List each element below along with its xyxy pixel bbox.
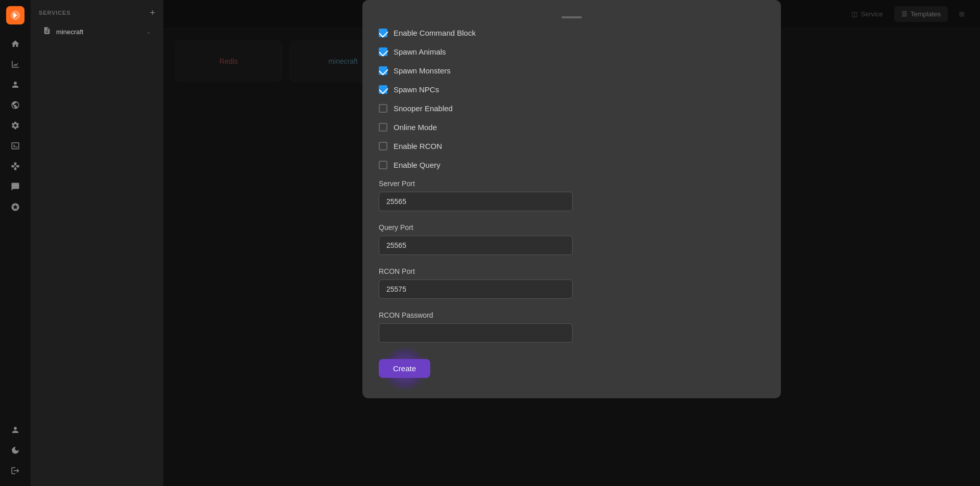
sidebar-item-settings[interactable] (6, 116, 24, 135)
sidebar-item-theme[interactable] (6, 441, 24, 459)
checkbox-item-enable-command-block: Enable Command Block (379, 29, 765, 37)
service-name: minecraft (56, 28, 83, 36)
sidebar-item-terminal[interactable] (6, 137, 24, 155)
checkbox-item-enable-query: Enable Query (379, 161, 765, 169)
enable-query-checkbox[interactable] (379, 161, 387, 169)
sidebar-item-games[interactable] (6, 157, 24, 175)
spawn-npcs-label: Spawn NPCs (394, 85, 439, 94)
rcon-port-input[interactable] (379, 279, 573, 299)
rcon-password-group: RCON Password (379, 311, 765, 343)
checkbox-item-enable-rcon: Enable RCON (379, 142, 765, 150)
services-header: SERVICES + (31, 0, 163, 21)
left-panel: SERVICES + minecraft ⌄ (31, 0, 163, 486)
scroll-indicator (561, 16, 582, 18)
modal-overlay: Enable Command Block Spawn Animals Spawn… (163, 0, 980, 486)
sidebar-item-home[interactable] (6, 35, 24, 53)
enable-rcon-label: Enable RCON (394, 142, 442, 150)
checkbox-item-spawn-monsters: Spawn Monsters (379, 66, 765, 75)
create-button-wrapper: Create (379, 359, 430, 378)
sidebar (0, 0, 31, 486)
rcon-password-input[interactable] (379, 323, 573, 343)
add-service-button[interactable]: + (150, 8, 155, 17)
online-mode-checkbox[interactable] (379, 123, 387, 132)
spawn-animals-checkbox[interactable] (379, 47, 387, 56)
sidebar-item-users[interactable] (6, 75, 24, 94)
rcon-port-label: RCON Port (379, 267, 765, 275)
service-item-minecraft[interactable]: minecraft ⌄ (35, 22, 159, 41)
main-area: ◫ Service ☰ Templates ⊞ Redis minecraft (163, 0, 980, 486)
create-button[interactable]: Create (379, 359, 430, 378)
server-port-group: Server Port (379, 180, 765, 211)
sidebar-item-globe[interactable] (6, 96, 24, 114)
enable-query-label: Enable Query (394, 161, 440, 169)
server-port-input[interactable] (379, 192, 573, 211)
checkbox-item-spawn-npcs: Spawn NPCs (379, 85, 765, 94)
online-mode-label: Online Mode (394, 123, 437, 132)
enable-command-block-checkbox[interactable] (379, 29, 387, 37)
snooper-enabled-label: Snooper Enabled (394, 104, 453, 113)
sidebar-item-profile[interactable] (6, 421, 24, 439)
spawn-monsters-checkbox[interactable] (379, 66, 387, 75)
spawn-animals-label: Spawn Animals (394, 47, 446, 56)
app-logo[interactable] (6, 6, 24, 24)
rcon-port-group: RCON Port (379, 267, 765, 299)
enable-command-block-label: Enable Command Block (394, 29, 476, 37)
sidebar-item-analytics[interactable] (6, 55, 24, 73)
snooper-enabled-checkbox[interactable] (379, 104, 387, 113)
query-port-input[interactable] (379, 236, 573, 255)
sidebar-item-logout[interactable] (6, 462, 24, 480)
sidebar-item-chat[interactable] (6, 177, 24, 196)
server-port-label: Server Port (379, 180, 765, 188)
query-port-group: Query Port (379, 223, 765, 255)
chevron-down-icon: ⌄ (146, 28, 151, 35)
spawn-npcs-checkbox[interactable] (379, 85, 387, 94)
modal-dialog: Enable Command Block Spawn Animals Spawn… (362, 0, 781, 398)
checkbox-item-snooper-enabled: Snooper Enabled (379, 104, 765, 113)
checkbox-item-spawn-animals: Spawn Animals (379, 47, 765, 56)
services-label: SERVICES (39, 10, 70, 16)
checkbox-item-online-mode: Online Mode (379, 123, 765, 132)
query-port-label: Query Port (379, 223, 765, 232)
rcon-password-label: RCON Password (379, 311, 765, 319)
spawn-monsters-label: Spawn Monsters (394, 66, 451, 75)
sidebar-item-favorites[interactable] (6, 198, 24, 216)
enable-rcon-checkbox[interactable] (379, 142, 387, 150)
service-file-icon (43, 27, 51, 37)
